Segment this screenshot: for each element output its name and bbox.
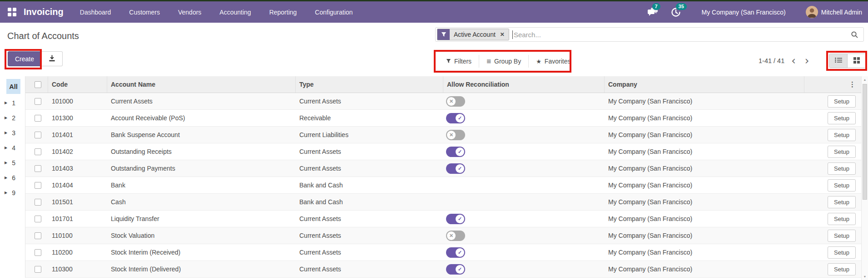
app-name[interactable]: Invoicing [24, 7, 64, 17]
row-checkbox[interactable] [35, 115, 41, 122]
search-facet[interactable]: Active Account ✕ [437, 29, 509, 40]
account-row-101000[interactable]: 101000Current AssetsCurrent Assets✕My Co… [25, 93, 861, 110]
user-avatar[interactable] [806, 6, 818, 18]
list-view-button[interactable] [829, 54, 848, 68]
pager-previous-icon[interactable]: ‹ [789, 56, 798, 65]
cell-company: My Company (San Francisco) [605, 232, 804, 239]
header-account-name[interactable]: Account Name [107, 76, 296, 93]
cell-code: 101300 [48, 114, 107, 122]
expand-caret-icon[interactable]: ▶ [5, 191, 7, 195]
cell-account-name: Bank [107, 182, 296, 189]
user-menu[interactable]: Mitchell Admin [821, 9, 862, 16]
sidebar-group-1[interactable]: ▶1 [0, 95, 25, 110]
optional-columns-icon[interactable]: ⋮ [849, 80, 856, 88]
header-code[interactable]: Code [48, 76, 107, 93]
account-row-101501[interactable]: 101501CashBank and CashMy Company (San F… [25, 194, 861, 211]
sidebar-group-4[interactable]: ▶4 [0, 140, 25, 155]
sidebar-group-5[interactable]: ▶5 [0, 155, 25, 170]
setup-button[interactable]: Setup [828, 146, 856, 158]
toggle-check-icon: ✓ [456, 248, 464, 257]
sidebar-group-9[interactable]: ▶9 [0, 185, 25, 200]
account-row-110300[interactable]: 110300Stock Interim (Delivered)Current A… [25, 261, 861, 278]
row-checkbox[interactable] [35, 216, 41, 222]
expand-caret-icon[interactable]: ▶ [5, 176, 7, 180]
setup-button[interactable]: Setup [828, 179, 856, 192]
account-row-101401[interactable]: 101401Bank Suspense AccountCurrent Liabi… [25, 127, 861, 143]
reconcile-toggle-off[interactable]: ✕ [446, 96, 465, 107]
reconcile-toggle-on[interactable]: ✓ [446, 247, 465, 258]
setup-button[interactable]: Setup [828, 112, 856, 124]
facet-remove-icon[interactable]: ✕ [499, 29, 509, 40]
reconcile-toggle-on[interactable]: ✓ [446, 163, 465, 174]
sidebar-group-3[interactable]: ▶3 [0, 125, 25, 140]
search-icon[interactable] [851, 31, 858, 39]
header-select-all[interactable] [25, 76, 48, 93]
sidebar-filter-all[interactable]: All [6, 79, 20, 94]
vertical-scrollbar[interactable]: ▲ ▼ [861, 76, 868, 280]
account-row-110200[interactable]: 110200Stock Interim (Received)Current As… [25, 244, 861, 261]
row-checkbox[interactable] [35, 165, 41, 172]
pager-next-icon[interactable]: › [803, 56, 812, 65]
row-checkbox[interactable] [35, 98, 41, 105]
account-row-101403[interactable]: 101403Outstanding PaymentsCurrent Assets… [25, 160, 861, 177]
row-checkbox[interactable] [35, 232, 41, 239]
nav-menu-vendors[interactable]: Vendors [178, 9, 201, 16]
account-row-101402[interactable]: 101402Outstanding ReceiptsCurrent Assets… [25, 143, 861, 160]
nav-menu-customers[interactable]: Customers [129, 9, 160, 16]
account-row-101404[interactable]: 101404BankBank and CashMy Company (San F… [25, 177, 861, 194]
export-button[interactable] [41, 51, 63, 66]
search-bar[interactable]: Active Account ✕ Search... [435, 27, 864, 42]
nav-menu-dashboard[interactable]: Dashboard [80, 9, 111, 16]
apps-grid-icon[interactable] [8, 8, 16, 16]
nav-menu-accounting[interactable]: Accounting [219, 9, 251, 16]
row-checkbox[interactable] [35, 182, 41, 189]
setup-button[interactable]: Setup [828, 263, 856, 275]
header-type[interactable]: Type [296, 76, 443, 93]
messages-button[interactable]: 7 [647, 7, 659, 17]
nav-menu-configuration[interactable]: Configuration [315, 9, 352, 16]
expand-caret-icon[interactable]: ▶ [5, 116, 7, 120]
scroll-down-icon[interactable]: ▼ [862, 273, 868, 280]
reconcile-toggle-on[interactable]: ✓ [446, 264, 465, 275]
reconcile-toggle-on[interactable]: ✓ [446, 147, 465, 157]
account-row-101701[interactable]: 101701Liquidity TransferCurrent Assets✓M… [25, 211, 861, 227]
reconcile-toggle-off[interactable]: ✕ [446, 130, 465, 140]
expand-caret-icon[interactable]: ▶ [5, 146, 7, 150]
header-allow-reconciliation[interactable]: Allow Reconciliation [443, 76, 605, 93]
setup-button[interactable]: Setup [828, 246, 856, 259]
filters-button[interactable]: Filters [439, 58, 479, 65]
sidebar-group-6[interactable]: ▶6 [0, 170, 25, 185]
create-button[interactable]: Create [8, 51, 41, 66]
expand-caret-icon[interactable]: ▶ [5, 101, 7, 105]
expand-caret-icon[interactable]: ▶ [5, 161, 7, 165]
account-row-101300[interactable]: 101300Account Receivable (PoS)Receivable… [25, 110, 861, 127]
setup-button[interactable]: Setup [828, 129, 856, 141]
nav-menu-reporting[interactable]: Reporting [269, 9, 297, 16]
row-checkbox[interactable] [35, 249, 41, 256]
kanban-view-button[interactable] [848, 54, 866, 68]
row-checkbox[interactable] [35, 148, 41, 155]
group-by-button[interactable]: ≡ Group By [479, 58, 528, 65]
company-switcher[interactable]: My Company (San Francisco) [702, 9, 786, 16]
setup-button[interactable]: Setup [828, 213, 856, 225]
select-all-checkbox[interactable] [35, 81, 41, 88]
favorites-button[interactable]: ★ Favorites [529, 58, 578, 65]
setup-button[interactable]: Setup [828, 196, 856, 208]
setup-button[interactable]: Setup [828, 230, 856, 242]
expand-caret-icon[interactable]: ▶ [5, 131, 7, 135]
download-icon [49, 55, 55, 63]
row-checkbox[interactable] [35, 132, 41, 138]
reconcile-toggle-on[interactable]: ✓ [446, 214, 465, 224]
reconcile-toggle-on[interactable]: ✓ [446, 113, 465, 123]
setup-button[interactable]: Setup [828, 162, 856, 175]
account-row-110100[interactable]: 110100Stock ValuationCurrent Assets✕My C… [25, 227, 861, 244]
scrollbar-thumb[interactable] [863, 84, 867, 200]
header-company[interactable]: Company [605, 76, 804, 93]
row-checkbox[interactable] [35, 199, 41, 206]
sidebar-group-2[interactable]: ▶2 [0, 110, 25, 125]
row-checkbox[interactable] [35, 266, 41, 273]
activities-button[interactable]: 35 [671, 7, 683, 17]
reconcile-toggle-off[interactable]: ✕ [446, 231, 465, 241]
setup-button[interactable]: Setup [828, 95, 856, 108]
scroll-up-icon[interactable]: ▲ [862, 76, 868, 83]
